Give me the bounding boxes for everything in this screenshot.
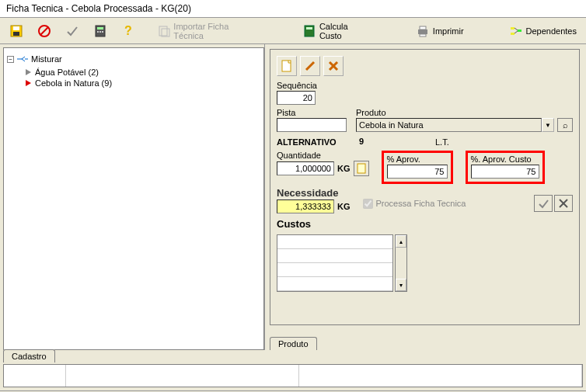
- help-button[interactable]: ?: [118, 23, 138, 40]
- produto-dropdown-button[interactable]: ▼: [542, 118, 554, 132]
- produto-label: Produto: [356, 108, 573, 117]
- scroll-down-button[interactable]: ▾: [396, 279, 406, 291]
- svg-line-20: [514, 28, 518, 30]
- calculator-button[interactable]: [90, 23, 110, 40]
- tree-root[interactable]: − Misturar: [7, 51, 260, 67]
- svg-rect-10: [159, 26, 167, 36]
- window-title: Ficha Tecnica - Cebola Processada - KG(2…: [0, 0, 586, 18]
- arrow-icon: [26, 69, 31, 75]
- collapse-icon[interactable]: −: [7, 56, 14, 63]
- svg-rect-8: [99, 31, 101, 33]
- check-icon: [536, 196, 550, 210]
- produto-combo[interactable]: [356, 118, 542, 132]
- x-button[interactable]: [554, 195, 573, 212]
- svg-rect-18: [511, 33, 514, 35]
- calcula-custo-button[interactable]: Calcula Custo: [300, 20, 374, 42]
- imprimir-button[interactable]: Imprimir: [413, 23, 467, 40]
- tree-root-label: Misturar: [31, 54, 62, 64]
- lt-label: L.T.: [435, 137, 449, 147]
- import-label: Importar Ficha Técnica: [173, 22, 257, 40]
- help-icon: ?: [121, 24, 135, 38]
- pista-input[interactable]: [277, 118, 347, 132]
- detail-panel: Sequência Pista Produto ▼ ⌕: [270, 49, 580, 325]
- quantidade-label: Quantidade: [277, 151, 369, 160]
- aprov-label: % Aprov.: [387, 154, 448, 164]
- new-button[interactable]: [277, 56, 297, 76]
- quantidade-unit: KG: [334, 164, 354, 173]
- calcula-custo-label: Calcula Custo: [319, 22, 371, 40]
- custos-label: Custos: [277, 218, 311, 230]
- status-grid: [3, 364, 583, 387]
- custos-grid[interactable]: [277, 234, 393, 292]
- quantidade-input[interactable]: [277, 161, 334, 175]
- svg-rect-14: [418, 29, 427, 34]
- check-icon: [65, 24, 79, 38]
- svg-line-4: [40, 27, 48, 35]
- dependentes-label: Dependentes: [526, 26, 577, 36]
- necessidade-unit: KG: [334, 202, 354, 211]
- tree-item-label: Água Potável (2): [35, 68, 99, 77]
- alternativo-label: ALTERNATIVO: [277, 137, 347, 147]
- svg-line-21: [514, 31, 518, 33]
- aprov-input[interactable]: [387, 165, 448, 179]
- svg-rect-15: [420, 26, 426, 29]
- svg-rect-22: [282, 61, 291, 71]
- svg-rect-26: [358, 164, 365, 173]
- calcula-custo-icon: [303, 24, 316, 38]
- close-icon: [556, 196, 570, 210]
- sequencia-label: Sequência: [277, 81, 317, 90]
- pencil-icon: [303, 59, 317, 73]
- import-icon: [157, 24, 170, 38]
- lookup-icon: ⌕: [558, 118, 572, 132]
- aprov-custo-highlight: %. Aprov. Custo: [466, 151, 545, 184]
- svg-line-23: [306, 62, 314, 70]
- tab-cadastro[interactable]: Cadastro: [3, 349, 55, 363]
- tree-panel[interactable]: − Misturar Água Potável (2) Cebola in Na…: [3, 47, 264, 350]
- save-button[interactable]: [6, 23, 26, 40]
- edit-button[interactable]: [300, 56, 320, 76]
- svg-rect-16: [420, 34, 426, 36]
- dependentes-button[interactable]: Dependentes: [506, 23, 580, 40]
- svg-rect-13: [306, 27, 312, 29]
- svg-rect-7: [97, 31, 99, 33]
- necessidade-label: Necessidade: [277, 187, 354, 199]
- main-toolbar: ? Importar Ficha Técnica Calcula Custo I…: [0, 18, 586, 44]
- ok-button[interactable]: [534, 195, 553, 212]
- svg-rect-9: [102, 31, 103, 33]
- mix-icon: [16, 52, 30, 66]
- x-icon: [326, 59, 340, 73]
- scroll-up-button[interactable]: ▴: [396, 235, 406, 248]
- cancel-icon: [37, 24, 51, 38]
- pista-label: Pista: [277, 108, 347, 117]
- aprov-highlight: % Aprov.: [382, 151, 453, 184]
- imprimir-label: Imprimir: [433, 26, 464, 36]
- svg-rect-1: [13, 26, 19, 30]
- arrow-icon: [26, 80, 31, 86]
- custos-scrollbar[interactable]: ▴ ▾: [395, 234, 407, 292]
- sequencia-input[interactable]: [277, 91, 316, 105]
- svg-rect-19: [518, 29, 521, 32]
- svg-rect-6: [97, 27, 103, 29]
- cancel-button[interactable]: [34, 23, 54, 40]
- processa-checkbox: [363, 199, 373, 209]
- document-icon: [280, 59, 294, 73]
- aprov-custo-label: %. Aprov. Custo: [471, 154, 539, 164]
- note-icon: [354, 161, 368, 175]
- tree-item[interactable]: Cebola in Natura (9): [26, 78, 260, 88]
- calculator-icon: [93, 24, 107, 38]
- delete-button[interactable]: [323, 56, 344, 76]
- tab-produto[interactable]: Produto: [270, 337, 317, 350]
- save-icon: [9, 24, 23, 38]
- svg-rect-17: [511, 27, 514, 29]
- produto-lookup-button[interactable]: ⌕: [557, 118, 573, 132]
- confirm-button[interactable]: [62, 23, 82, 40]
- necessidade-input[interactable]: [277, 199, 334, 213]
- tree-item-label: Cebola in Natura (9): [35, 78, 112, 88]
- aprov-custo-input[interactable]: [471, 165, 539, 179]
- note-button[interactable]: [354, 161, 369, 176]
- alternativo-value: 9: [356, 135, 379, 147]
- printer-icon: [416, 24, 430, 38]
- tree-item[interactable]: Água Potável (2): [26, 67, 260, 78]
- svg-rect-2: [13, 32, 19, 36]
- processa-label: Processa Ficha Tecnica: [376, 199, 466, 208]
